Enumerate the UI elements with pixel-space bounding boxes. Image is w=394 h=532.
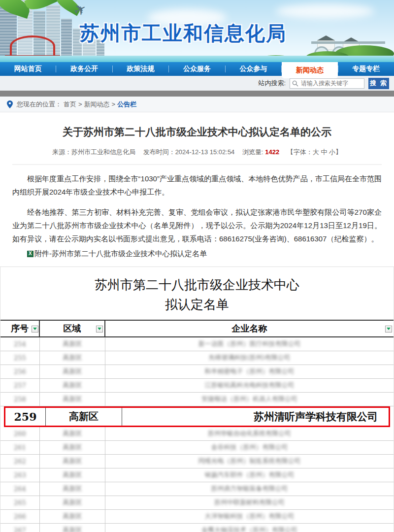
table-cell: 高新区 xyxy=(40,496,105,509)
article-paragraph: 经各地推荐、第三方初审、材料补充完善、复审、党组会审议，拟认定张家港市民华塑胶有… xyxy=(12,205,382,245)
table-cell: 高新区 xyxy=(40,524,105,532)
breadcrumb-home[interactable]: 首页 xyxy=(64,100,76,109)
table-cell: 264 xyxy=(0,482,40,496)
nav-item-participation[interactable]: 公众参与 xyxy=(226,62,281,76)
table-cell: 262 xyxy=(0,455,40,468)
header-cell-region: 区域 xyxy=(40,321,105,336)
table-cell: 苏州鼎力智能装备有限公司 xyxy=(105,482,394,496)
header-label-region: 区域 xyxy=(64,323,81,334)
table-cell: 金谷科技（苏州）有限公司 xyxy=(105,441,394,454)
table-cell: 263 xyxy=(0,468,40,482)
airplane-icon: ✈ xyxy=(70,0,90,20)
article: 关于苏州市第二十八批市级企业技术中心拟认定名单的公示 来源：苏州市工业和信息化局… xyxy=(0,125,394,259)
table-cell: 大洋智能科技（苏州）有限公司 xyxy=(105,510,394,523)
filter-dropdown-region[interactable] xyxy=(96,326,103,332)
table-cell: 254 xyxy=(0,337,40,351)
divider-bar xyxy=(0,91,394,97)
meta-time: 2024-12-13 15:02:54 xyxy=(175,148,235,156)
table-row: 258高新区安捷顺达（苏州）机器人有限公司 xyxy=(0,393,394,406)
table-cell: 高新区 xyxy=(40,365,105,378)
search-button[interactable]: 搜 索 xyxy=(368,78,389,89)
meta-source-label: 来源： xyxy=(52,148,71,156)
meta-source: 苏州市工业和信息化局 xyxy=(71,148,135,156)
search-box xyxy=(290,78,364,89)
table-cell: 260 xyxy=(0,427,40,440)
filter-dropdown-company[interactable] xyxy=(385,326,392,332)
attachment-label: 附件-苏州市第二十八批市级企业技术中心拟认定名单 xyxy=(34,249,207,259)
table-cell: 铭扬汽车部件（苏州）有限公司 xyxy=(105,468,394,482)
nav-item-gov-info[interactable]: 政务公开 xyxy=(56,62,112,76)
main-nav: 网站首页 政务公开 政策法规 公众服务 公众参与 新闻动态 专题专栏 xyxy=(0,62,394,76)
water-art xyxy=(0,56,394,62)
breadcrumb-sep: > xyxy=(112,100,116,108)
site-title: 苏州市工业和信息化局 xyxy=(80,20,287,47)
nav-item-news-active[interactable]: 新闻动态 xyxy=(282,62,337,78)
header-cell-no: 序号 xyxy=(0,321,40,336)
article-paragraph: 根据年度重点工作安排，围绕全市“1030”产业重点领域的重点领域、本地特色优势产… xyxy=(12,172,382,199)
table-row: 261高新区金谷科技（苏州）有限公司 xyxy=(0,441,394,455)
site-search-input[interactable] xyxy=(290,78,364,89)
search-label: 站内搜索: xyxy=(258,79,286,88)
table-row: 265高新区苏州中联新材料有限公司 xyxy=(0,496,394,510)
header-cell-company: 企业名称 xyxy=(105,321,394,336)
highlighted-table-row[interactable]: 259 高新区 苏州清听声学科技有限公司 xyxy=(4,406,390,427)
table-cell: 苏州华银自动化系统有限公司 xyxy=(105,427,394,440)
table-header-row: 序号 区域 企业名称 xyxy=(0,320,394,337)
table-cell: 江苏银轮高科光电科技有限公司 xyxy=(105,379,394,392)
breadcrumb-sep: > xyxy=(78,100,82,108)
breadcrumb-current[interactable]: 公告栏 xyxy=(117,100,136,109)
company-list-sheet: 苏州市第二十八批市级企业技术中心 拟认定名单 序号 区域 企业名称 254高新区… xyxy=(0,266,394,532)
breadcrumb-news[interactable]: 新闻动态 xyxy=(84,100,110,109)
highlight-cell-region: 高新区 xyxy=(46,408,122,426)
roof-art xyxy=(317,35,335,40)
font-size-label: 【字体： xyxy=(287,148,313,156)
nav-item-policies[interactable]: 政策法规 xyxy=(113,62,168,76)
table-cell: 新一达医（苏州）医疗科技有限公司 xyxy=(105,337,394,351)
red-bridge-art xyxy=(10,35,55,57)
table-row: 266高新区大洋智能科技（苏州）有限公司 xyxy=(0,510,394,524)
table-cell: 高新区 xyxy=(40,337,105,351)
site-banner: ✈ 苏州市工业和信息化局 xyxy=(0,0,394,62)
table-cell: 高新区 xyxy=(40,510,105,523)
table-row: 263高新区铭扬汽车部件（苏州）有限公司 xyxy=(0,468,394,482)
table-cell: 和丰精密电子（苏州）有限公司 xyxy=(105,365,394,378)
meta-divider xyxy=(12,164,382,165)
search-icon xyxy=(292,80,298,87)
table-cell: 先锋玻璃科技(苏州)有限公司 xyxy=(105,351,394,365)
table-row: 264高新区苏州鼎力智能装备有限公司 xyxy=(0,482,394,496)
highlight-cell-no: 259 xyxy=(5,408,46,426)
meta-views-label: 浏览量: xyxy=(242,148,263,156)
table-cell: 258 xyxy=(0,393,40,406)
meta-views-count: 1422 xyxy=(265,148,279,156)
attachment-link[interactable]: 附件-苏州市第二十八批市级企业技术中心拟认定名单 xyxy=(12,249,382,259)
table-cell: 苏州中联新材料有限公司 xyxy=(105,496,394,509)
table-cell: 高新区 xyxy=(40,379,105,392)
meta-time-label: 发布时间： xyxy=(143,148,175,156)
sheet-title-line2: 拟认定名单 xyxy=(0,295,394,314)
nav-item-home[interactable]: 网站首页 xyxy=(0,62,56,76)
breadcrumb-prefix: 您现在的位置： xyxy=(17,100,62,109)
filter-dropdown-no[interactable] xyxy=(32,326,38,332)
table-cell: 高新区 xyxy=(40,468,105,482)
font-size-options[interactable]: 大 中 小 xyxy=(313,148,335,156)
nav-item-public-service[interactable]: 公众服务 xyxy=(169,62,225,76)
table-rows-after: 260高新区苏州华银自动化系统有限公司261高新区金谷科技（苏州）有限公司262… xyxy=(0,427,394,532)
table-cell: 265 xyxy=(0,496,40,509)
highlight-cell-company: 苏州清听声学科技有限公司 xyxy=(122,408,389,426)
nav-item-special-columns[interactable]: 专题专栏 xyxy=(338,62,394,76)
article-meta: 来源：苏州市工业和信息化局 发布时间：2024-12-13 15:02:54 浏… xyxy=(12,148,382,157)
excel-file-icon xyxy=(27,251,33,257)
table-row: 254高新区新一达医（苏州）医疗科技有限公司 xyxy=(0,337,394,351)
table-cell: 257 xyxy=(0,379,40,392)
table-cell: 高新区 xyxy=(40,482,105,496)
table-cell: 256 xyxy=(0,365,40,378)
table-cell: 266 xyxy=(0,510,40,523)
table-row: 255高新区先锋玻璃科技(苏州)有限公司 xyxy=(0,351,394,365)
table-cell: 同维光电（苏州）制造系统有限公司 xyxy=(105,455,394,468)
table-cell: 255 xyxy=(0,351,40,365)
sheet-title-line1: 苏州市第二十八批市级企业技术中心 xyxy=(0,275,394,295)
table-rows-before: 254高新区新一达医（苏州）医疗科技有限公司255高新区先锋玻璃科技(苏州)有限… xyxy=(0,337,394,406)
header-label-company: 企业名称 xyxy=(232,323,267,334)
header-label-no: 序号 xyxy=(11,323,29,334)
table-row: 260高新区苏州华银自动化系统有限公司 xyxy=(0,427,394,441)
